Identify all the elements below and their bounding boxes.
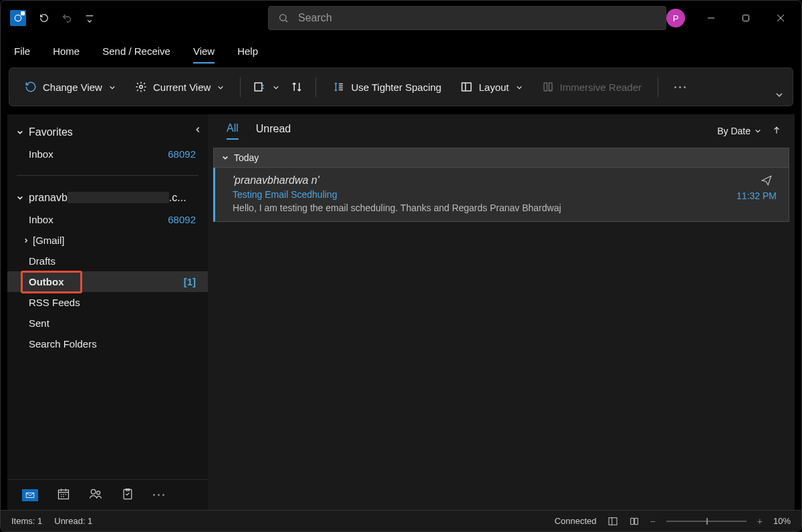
svg-rect-2 (743, 15, 749, 21)
titlebar: Search P (1, 1, 801, 35)
collapse-ribbon-button[interactable] (775, 90, 783, 102)
nav-calendar-button[interactable] (57, 487, 70, 503)
sidebar-item-gmail[interactable]: [Gmail] (7, 230, 208, 251)
tasks-icon (121, 487, 134, 501)
message-time: 11:32 PM (737, 190, 777, 201)
svg-rect-5 (462, 83, 472, 91)
zoom-slider[interactable] (666, 521, 747, 522)
message-preview-button[interactable] (250, 76, 282, 98)
immersive-reader-label: Immersive Reader (560, 82, 642, 93)
folder-label: Inbox (29, 148, 53, 160)
chevron-down-icon (17, 194, 23, 201)
immersive-reader-icon (541, 80, 555, 94)
current-view-button[interactable]: Current View (128, 76, 231, 98)
svg-rect-4 (255, 83, 263, 91)
nav-mail-button[interactable] (22, 489, 38, 501)
nav-more-button[interactable] (153, 494, 164, 496)
tab-file[interactable]: File (14, 45, 30, 63)
folder-sidebar: Favorites Inbox 68092 pranavbxxxxxxxxxxx… (7, 114, 208, 510)
zoom-in-button[interactable]: + (757, 516, 763, 527)
user-avatar[interactable]: P (666, 9, 685, 27)
spacing-icon (332, 80, 346, 94)
view-reading-button[interactable] (629, 516, 640, 527)
sort-button[interactable] (287, 76, 306, 98)
nav-tasks-button[interactable] (121, 487, 134, 503)
layout-button[interactable]: Layout (453, 76, 529, 98)
account-suffix: .c... (169, 192, 186, 203)
ribbon-separator (658, 77, 658, 97)
minimize-button[interactable] (696, 7, 726, 29)
undo-icon[interactable] (55, 7, 78, 29)
refresh-icon[interactable] (33, 7, 55, 29)
folder-label: Inbox (29, 214, 53, 225)
gear-icon (134, 80, 148, 94)
ribbon-separator (315, 77, 316, 97)
status-bar: Items: 1 Unread: 1 Connected − + 10% (1, 510, 801, 531)
folder-label: Outbox (29, 276, 64, 287)
folder-label: Sent (29, 317, 49, 329)
sidebar-item-sent[interactable]: Sent (7, 313, 208, 334)
chevron-down-icon (755, 128, 761, 134)
tab-home[interactable]: Home (53, 45, 80, 63)
status-connected: Connected (555, 516, 597, 526)
svg-point-1 (280, 15, 286, 21)
view-normal-button[interactable] (608, 516, 618, 527)
tab-view[interactable]: View (193, 45, 215, 63)
collapse-sidebar-button[interactable] (194, 124, 201, 136)
folder-label: Search Folders (29, 338, 97, 350)
zoom-out-button[interactable]: − (650, 516, 656, 527)
arrow-up-icon (772, 126, 781, 135)
folder-count: [1] (184, 276, 196, 287)
people-icon (89, 487, 102, 501)
maximize-button[interactable] (730, 7, 761, 29)
sidebar-item-inbox-fav[interactable]: Inbox 68092 (7, 144, 208, 164)
ribbon-separator (240, 77, 241, 97)
folder-label: Drafts (29, 255, 55, 267)
immersive-reader-button: Immersive Reader (535, 76, 649, 98)
tab-help[interactable]: Help (237, 45, 258, 63)
search-input[interactable]: Search (268, 6, 666, 30)
status-items: Items: 1 (11, 516, 42, 526)
sort-direction-button[interactable] (772, 126, 781, 137)
menu-bar: File Home Send / Receive View Help (1, 35, 801, 63)
message-from: 'pranavbhardwa n' (233, 174, 777, 186)
search-icon (278, 13, 289, 23)
sidebar-item-search-folders[interactable]: Search Folders (7, 334, 208, 354)
folder-label: RSS Feeds (29, 297, 80, 308)
group-label: Today (234, 152, 259, 163)
filter-all-tab[interactable]: All (227, 122, 239, 140)
change-view-button[interactable]: Change View (17, 76, 122, 98)
sidebar-item-inbox[interactable]: Inbox 68092 (7, 209, 208, 230)
svg-rect-10 (609, 517, 617, 525)
sort-icon (290, 80, 303, 94)
sidebar-item-drafts[interactable]: Drafts (7, 251, 208, 271)
zoom-value: 10% (773, 516, 791, 526)
layout-icon (460, 80, 473, 94)
customize-qat-dropdown[interactable] (78, 7, 101, 29)
chevron-right-icon (23, 238, 29, 243)
send-icon (761, 174, 773, 189)
sort-by-button[interactable]: By Date (717, 126, 761, 136)
tighter-spacing-button[interactable]: Use Tighter Spacing (325, 76, 448, 98)
nav-people-button[interactable] (89, 487, 102, 503)
ribbon-more-button[interactable] (668, 86, 692, 88)
sidebar-item-outbox[interactable]: Outbox [1] (7, 271, 208, 292)
message-item[interactable]: 'pranavbhardwa n' Testing Email Scedhuli… (213, 168, 789, 222)
outlook-icon (10, 10, 26, 26)
message-preview: Hello, I am testing the email scheduling… (233, 203, 777, 213)
chevron-down-icon (109, 82, 116, 93)
sidebar-divider (17, 175, 198, 176)
tab-send-receive[interactable]: Send / Receive (102, 45, 170, 63)
change-view-icon (24, 80, 37, 94)
sidebar-item-rss-feeds[interactable]: RSS Feeds (7, 292, 208, 313)
status-unread: Unread: 1 (54, 516, 92, 526)
favorites-header[interactable]: Favorites (7, 121, 208, 144)
close-button[interactable] (765, 7, 796, 29)
account-header[interactable]: pranavbxxxxxxxxxxxxxxxxxxx.c... (7, 186, 208, 209)
filter-unread-tab[interactable]: Unread (256, 123, 291, 139)
folder-label: [Gmail] (33, 235, 65, 246)
group-header-today[interactable]: Today (213, 148, 789, 168)
account-label: pranavb (29, 192, 68, 203)
mail-icon (22, 489, 38, 501)
change-view-label: Change View (43, 82, 102, 93)
